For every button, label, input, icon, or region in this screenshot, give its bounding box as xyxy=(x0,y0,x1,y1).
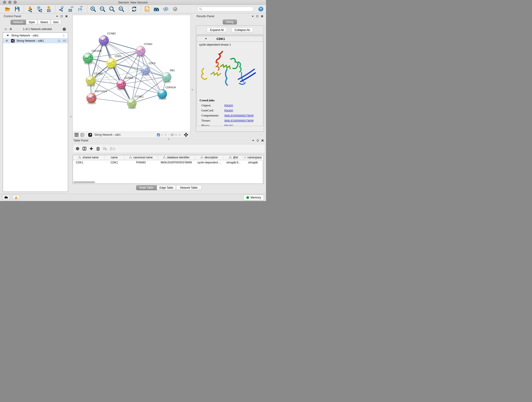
crosslink-compartments[interactable]: 9606.ENSP00000378699 xyxy=(224,114,253,117)
home-networks-icon[interactable] xyxy=(153,6,159,12)
expand-all-button[interactable]: Expand All xyxy=(207,27,227,33)
network-share-icon[interactable] xyxy=(80,133,84,137)
birds-eye-crosshair-icon[interactable] xyxy=(184,133,188,137)
tree-expand-icon[interactable] xyxy=(7,35,9,36)
collapse-all-icon[interactable] xyxy=(4,27,7,31)
cell-description[interactable]: cyclin-dependent ... xyxy=(195,160,224,165)
save-session-icon[interactable] xyxy=(14,6,20,12)
tab-style[interactable]: Style xyxy=(26,20,38,25)
import-database-icon[interactable] xyxy=(36,6,42,12)
gear-icon[interactable] xyxy=(76,147,80,151)
cloud-status-button[interactable] xyxy=(2,195,10,200)
tab-network-table[interactable]: Network Table xyxy=(176,185,202,190)
export-network-icon[interactable] xyxy=(58,6,65,12)
cell-canonical-name[interactable]: P06493 xyxy=(124,160,158,165)
crosslink-tissues[interactable]: 9606.ENSP00000378699 xyxy=(224,119,253,122)
table-vertical-scrollbar[interactable] xyxy=(262,160,264,184)
network-canvas[interactable]: CCNB2CCNA1CDC25BCDK1CDC6RB1CCNB1CCNA2CDK… xyxy=(73,15,190,132)
open-session-icon[interactable] xyxy=(5,6,11,12)
column-header[interactable]: namespace xyxy=(243,155,263,160)
crosslink-label: Uniprot: xyxy=(201,104,224,107)
panel-close-icon[interactable] xyxy=(261,15,263,17)
close-window-button[interactable] xyxy=(3,1,6,4)
tab-string[interactable]: String xyxy=(223,19,237,25)
column-type-icon xyxy=(129,156,132,159)
panel-menu-icon[interactable] xyxy=(56,16,58,17)
expand-up-icon[interactable] xyxy=(9,27,12,31)
search-input[interactable] xyxy=(202,7,250,11)
network-collection-row[interactable]: String Network - cdk1 1 xyxy=(3,33,68,38)
column-header[interactable]: shared name xyxy=(73,155,104,160)
columns-icon[interactable] xyxy=(82,147,86,151)
network-edge[interactable] xyxy=(91,98,132,103)
zoom-selected-icon[interactable] xyxy=(118,6,124,12)
crosslink-label: Compartments: xyxy=(201,114,224,117)
network-edge[interactable] xyxy=(104,40,132,103)
import-table-icon[interactable] xyxy=(46,6,52,12)
hide-eye-icon[interactable] xyxy=(163,6,169,12)
column-header[interactable]: database identifier xyxy=(158,155,195,160)
export-image-icon[interactable] xyxy=(77,6,83,12)
refresh-icon[interactable] xyxy=(131,6,137,12)
cell-shared-name[interactable]: CDK1 xyxy=(73,160,104,165)
node-label-rb1: RB1 xyxy=(170,69,175,72)
import-network-icon[interactable] xyxy=(27,6,33,12)
splitter-handle[interactable] xyxy=(70,116,72,118)
crosslink-label: GeneCard: xyxy=(201,109,224,112)
gene-section-header[interactable]: CDK1 xyxy=(196,36,263,41)
tab-node-table[interactable]: Node Table xyxy=(136,185,157,190)
collapse-all-button[interactable]: Collapse All xyxy=(231,27,253,33)
gear-icon[interactable] xyxy=(62,27,66,31)
panel-menu-icon[interactable] xyxy=(252,140,254,141)
column-header[interactable]: canonical name xyxy=(124,155,158,160)
selected-checkbox-icon[interactable] xyxy=(157,133,160,136)
zoom-window-button[interactable] xyxy=(13,1,17,4)
panel-float-icon[interactable] xyxy=(257,140,259,141)
panel-close-icon[interactable] xyxy=(261,139,264,142)
open-in-window-icon[interactable] xyxy=(88,133,92,137)
share-document-icon[interactable] xyxy=(144,6,150,12)
column-header[interactable]: name xyxy=(104,155,124,160)
tab-sets[interactable]: Sets xyxy=(51,20,61,25)
results-section-box: CDK1 cyclin-dependent kinase 1 xyxy=(196,35,264,132)
cell-database-identifier[interactable]: 9606.ENSP00000378699 xyxy=(158,160,195,165)
crosslink-uniprot[interactable]: P06493 xyxy=(224,104,233,107)
memory-button[interactable]: Memory xyxy=(243,195,264,200)
crosslink-genecard[interactable]: P06493 xyxy=(224,109,233,112)
help-icon[interactable]: ? xyxy=(258,6,264,12)
table-row[interactable]: CDK1 CDK1 P06493 9606.ENSP00000378699 cy… xyxy=(73,160,263,165)
warning-status-button[interactable] xyxy=(13,195,20,200)
add-column-icon[interactable] xyxy=(89,147,93,151)
control-panel: Control Panel Network Style Select Sets … xyxy=(1,14,69,192)
node-label-ccne1: CCNE1 xyxy=(135,95,144,98)
network-tree: String Network - cdk1 1 String Network -… xyxy=(3,32,68,192)
tab-edge-table[interactable]: Edge Table xyxy=(157,185,176,190)
panel-menu-icon[interactable] xyxy=(252,16,254,17)
column-header[interactable]: description xyxy=(195,155,224,160)
tab-select[interactable]: Select xyxy=(38,20,51,25)
crosslink-pharos[interactable]: P06493 xyxy=(224,124,233,126)
zoom-fit-icon[interactable] xyxy=(109,6,115,12)
warning-icon xyxy=(14,196,18,199)
show-eye-icon[interactable] xyxy=(172,6,178,12)
minimize-window-button[interactable] xyxy=(8,1,12,4)
zoom-in-icon[interactable] xyxy=(90,6,96,12)
panel-close-icon[interactable] xyxy=(65,15,68,17)
splitter-handle[interactable] xyxy=(191,89,193,90)
cell-namespace[interactable]: stringdb xyxy=(243,160,263,165)
export-table-icon[interactable] xyxy=(68,6,74,12)
network-edge[interactable] xyxy=(121,84,162,94)
panel-float-icon[interactable] xyxy=(256,15,258,17)
zoom-out-icon[interactable] xyxy=(99,6,106,12)
cell-id[interactable]: stringdb:9... xyxy=(224,160,243,165)
network-row-selected[interactable]: String Network - cdk1 11 48 xyxy=(3,38,68,43)
tab-network[interactable]: Network xyxy=(11,20,26,25)
table-horizontal-scrollbar[interactable] xyxy=(73,181,234,183)
panel-float-icon[interactable] xyxy=(61,15,63,17)
grid-view-icon[interactable] xyxy=(75,133,78,137)
section-collapse-icon[interactable] xyxy=(205,38,207,39)
cell-name[interactable]: CDK1 xyxy=(104,160,124,165)
delete-trash-icon[interactable] xyxy=(96,147,100,151)
table-tabs: Node Table Edge Table Network Table xyxy=(136,185,202,190)
column-header[interactable]: @id xyxy=(224,155,243,160)
